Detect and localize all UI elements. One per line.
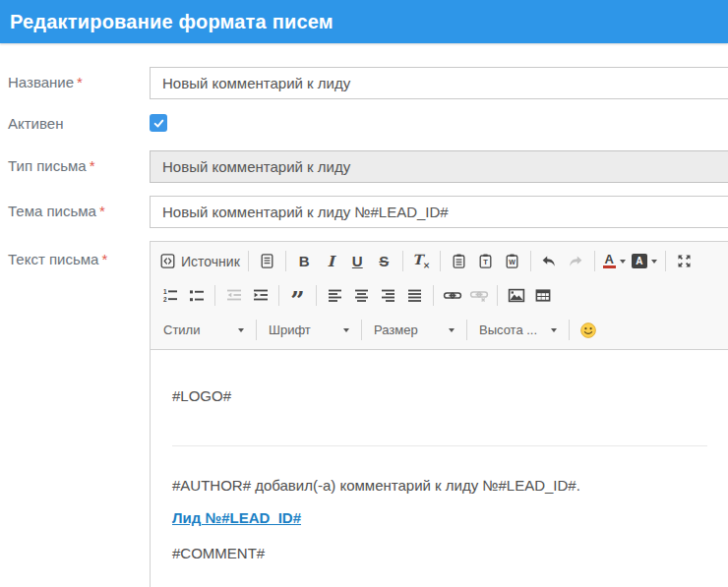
editor-content-area[interactable]: #LOGO# #AUTHOR# добавил(-а) комментарий … — [151, 350, 728, 587]
editor-toolbar: Источник B I U S T× — [151, 242, 728, 350]
table-icon — [534, 287, 552, 304]
active-label: Активен — [0, 113, 150, 133]
align-left-icon — [327, 287, 343, 304]
comment-placeholder: #COMMENT# — [172, 526, 707, 561]
toolbar-separator — [466, 320, 467, 340]
maximize-icon — [676, 253, 693, 269]
chevron-down-icon — [620, 260, 626, 264]
blockquote-icon: ” — [290, 296, 304, 306]
toolbar-separator — [530, 251, 531, 271]
smiley-icon — [579, 322, 597, 339]
increase-indent-button[interactable] — [247, 283, 273, 309]
numbered-list-icon: 12 — [161, 287, 179, 304]
edit-form: Название* Активен Тип письма* Тема письм… — [0, 43, 728, 587]
rich-text-editor: Источник B I U S T× — [150, 241, 728, 587]
toolbar-separator — [214, 285, 215, 306]
insert-table-button[interactable] — [529, 283, 556, 309]
background-color-icon: A — [632, 254, 647, 268]
indent-icon — [252, 287, 270, 304]
justify-button[interactable] — [401, 283, 428, 309]
toolbar-separator — [278, 285, 279, 306]
toolbar-separator — [361, 320, 362, 340]
align-right-icon — [380, 287, 396, 304]
source-button[interactable]: Источник — [156, 249, 243, 274]
paste-word-icon: W — [504, 253, 520, 269]
toolbar-separator — [402, 251, 403, 271]
unlink-button[interactable] — [465, 283, 492, 309]
paste-button[interactable] — [446, 249, 472, 274]
align-left-button[interactable] — [322, 283, 348, 309]
redo-icon — [567, 254, 584, 269]
font-dropdown[interactable]: Шрифт — [262, 318, 356, 343]
link-icon — [443, 287, 462, 304]
field-row-type: Тип письма* — [0, 150, 728, 183]
background-color-button[interactable]: A — [629, 249, 660, 274]
svg-text:T: T — [483, 258, 488, 266]
paste-text-icon: T — [477, 253, 494, 269]
svg-text:W: W — [509, 259, 516, 265]
underline-button[interactable]: U — [344, 249, 371, 274]
strikethrough-button[interactable]: S — [371, 249, 397, 274]
chevron-down-icon — [551, 328, 557, 332]
svg-text:1: 1 — [163, 288, 167, 295]
toolbar-separator — [440, 251, 441, 271]
required-asterisk: * — [99, 203, 105, 219]
svg-text:2: 2 — [163, 296, 167, 303]
chevron-down-icon — [238, 328, 244, 332]
paste-icon — [451, 253, 467, 269]
toolbar-separator — [248, 251, 249, 271]
bulleted-list-button[interactable] — [183, 283, 210, 309]
field-row-active: Активен — [0, 113, 728, 133]
text-color-button[interactable]: A — [600, 249, 629, 274]
numbered-list-button[interactable]: 12 — [156, 283, 183, 309]
line-height-dropdown[interactable]: Высота ... — [472, 318, 564, 343]
toolbar-separator — [497, 285, 498, 306]
checkmark-icon — [152, 117, 165, 130]
body-label: Текст письма* — [0, 241, 150, 268]
chevron-down-icon — [343, 328, 349, 332]
styles-dropdown[interactable]: Стили — [156, 318, 251, 343]
decrease-indent-button[interactable] — [220, 283, 247, 309]
toolbar-separator — [594, 251, 595, 271]
undo-button[interactable] — [536, 249, 563, 274]
document-icon — [259, 253, 275, 269]
align-center-icon — [353, 287, 370, 304]
undo-icon — [540, 254, 558, 269]
field-row-subject: Тема письма* — [0, 196, 728, 228]
field-row-name: Название* — [0, 67, 728, 99]
align-center-button[interactable] — [348, 283, 375, 309]
page-title: Редактирование формата писем — [10, 11, 334, 33]
bold-button[interactable]: B — [291, 249, 318, 274]
type-input — [150, 150, 728, 183]
outdent-icon — [225, 287, 243, 304]
smiley-button[interactable] — [575, 318, 601, 343]
align-right-button[interactable] — [375, 283, 401, 309]
maximize-button[interactable] — [671, 249, 698, 274]
paste-as-text-button[interactable]: T — [472, 249, 499, 274]
unlink-icon — [469, 287, 489, 304]
source-label: Источник — [181, 254, 240, 269]
blockquote-button[interactable]: ” — [284, 283, 311, 309]
italic-button[interactable]: I — [318, 249, 344, 274]
insert-image-button[interactable] — [503, 283, 529, 309]
toolbar-separator — [433, 285, 434, 306]
font-size-dropdown[interactable]: Размер — [367, 318, 461, 343]
lead-link[interactable]: Лид №#LEAD_ID# — [172, 509, 301, 526]
logo-placeholder: #LOGO# — [172, 350, 707, 404]
name-input[interactable] — [150, 67, 728, 99]
templates-button[interactable] — [254, 249, 280, 274]
subject-input[interactable] — [150, 196, 728, 228]
active-checkbox[interactable] — [150, 114, 167, 132]
chevron-down-icon — [449, 328, 455, 332]
paste-from-word-button[interactable]: W — [499, 249, 525, 274]
required-asterisk: * — [90, 157, 95, 174]
author-line: #AUTHOR# добавил(-а) комментарий к лиду … — [172, 446, 707, 494]
toolbar-separator — [569, 320, 570, 340]
redo-button[interactable] — [563, 249, 589, 274]
link-button[interactable] — [439, 283, 465, 309]
text-color-icon: A — [603, 254, 616, 268]
required-asterisk: * — [77, 74, 83, 90]
type-label: Тип письма* — [0, 150, 150, 175]
remove-format-button[interactable]: T× — [408, 249, 435, 274]
field-row-body: Текст письма* Источник — [0, 241, 728, 587]
